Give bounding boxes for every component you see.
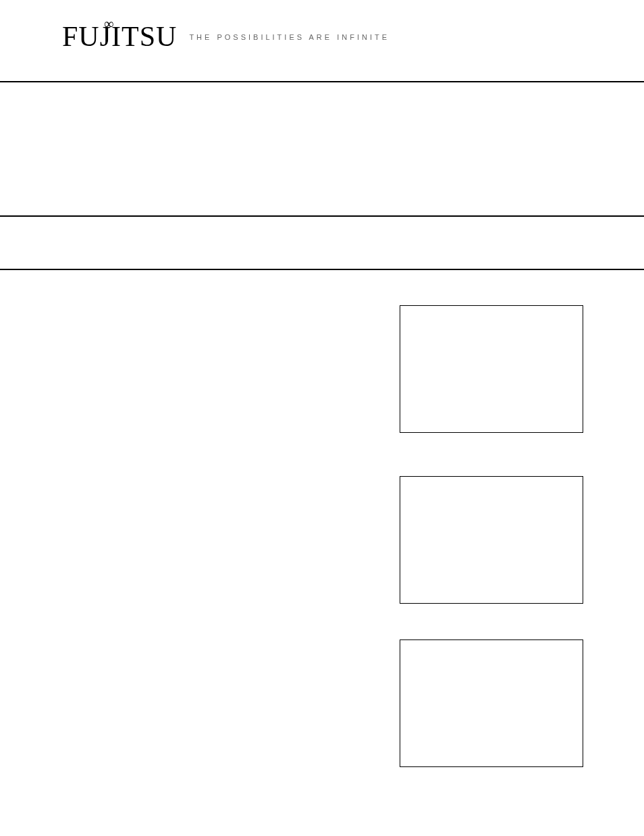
header: ∞ FUJITSU THE POSSIBILITIES ARE INFINITE: [62, 20, 390, 53]
brand-name: FUJITSU: [62, 21, 177, 52]
infinity-icon: ∞: [104, 16, 109, 32]
image-placeholder-1: [400, 305, 583, 433]
brand-logo: ∞ FUJITSU: [62, 20, 177, 53]
divider-mid-1: [0, 215, 644, 217]
divider-top: [0, 81, 644, 82]
image-placeholder-2: [400, 476, 583, 604]
brand-tagline: THE POSSIBILITIES ARE INFINITE: [189, 33, 390, 41]
divider-mid-2: [0, 269, 644, 270]
image-placeholder-3: [400, 639, 583, 767]
